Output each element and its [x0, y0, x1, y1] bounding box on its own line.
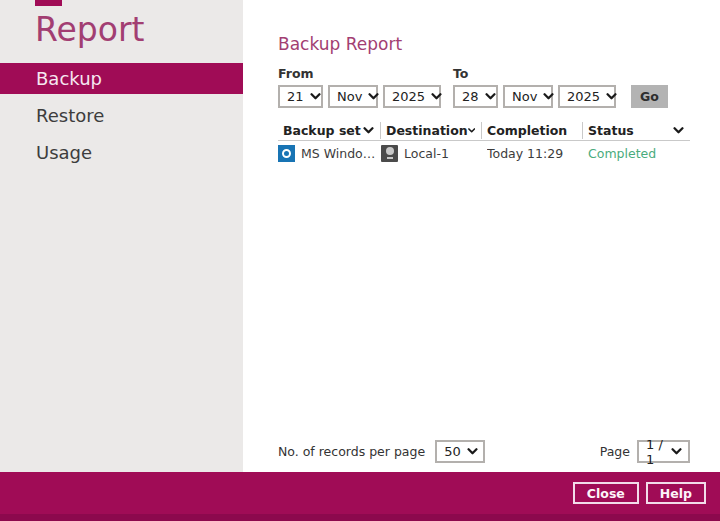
to-group: To 28 Nov 2025: [453, 66, 616, 108]
cell-backup-set: MS Windows S...: [278, 145, 381, 162]
main-panel: Backup Report From 21 Nov 2025: [243, 0, 720, 472]
close-button[interactable]: Close: [573, 482, 639, 504]
from-day-select[interactable]: 21: [278, 85, 323, 108]
to-month-value: Nov: [512, 89, 537, 104]
chevron-down-icon: [431, 93, 442, 100]
chevron-down-icon: [368, 93, 379, 100]
column-label: Destination: [386, 123, 468, 138]
page-value: 1 / 1: [646, 437, 665, 467]
from-year-value: 2025: [392, 89, 425, 104]
chevron-down-icon: [310, 93, 321, 100]
from-year-select[interactable]: 2025: [383, 85, 441, 108]
sidebar: Report Backup Restore Usage: [0, 0, 243, 472]
cell-completion: Today 11:29: [482, 146, 583, 161]
sidebar-item-label: Restore: [36, 105, 104, 126]
table-row[interactable]: MS Windows S... Local-1 Today 11:29 Comp…: [278, 141, 690, 165]
page-label: Page: [600, 444, 630, 459]
to-day-value: 28: [462, 89, 479, 104]
records-per-page-label: No. of records per page: [278, 444, 425, 459]
report-window: Report Backup Restore Usage Backup Repor…: [0, 0, 720, 521]
to-label: To: [453, 66, 616, 81]
sidebar-item-usage[interactable]: Usage: [0, 137, 243, 168]
page-select[interactable]: 1 / 1: [637, 440, 690, 463]
chevron-down-icon: [543, 93, 554, 100]
help-button[interactable]: Help: [646, 482, 706, 504]
sidebar-item-backup[interactable]: Backup: [0, 63, 243, 94]
chevron-down-icon: [671, 448, 682, 455]
sidebar-item-restore[interactable]: Restore: [0, 100, 243, 131]
chevron-down-icon: [467, 448, 478, 455]
cell-destination: Local-1: [381, 145, 482, 162]
logo-mark: [35, 0, 62, 6]
table-header-row: Backup set Destination Completion Status: [278, 120, 690, 141]
chevron-down-icon: [468, 127, 475, 134]
pagination-bar: No. of records per page 50 Page 1 / 1: [278, 440, 690, 463]
to-month-select[interactable]: Nov: [503, 85, 553, 108]
column-header-status[interactable]: Status: [583, 122, 690, 139]
local-disk-icon: [381, 145, 398, 162]
from-group: From 21 Nov 2025: [278, 66, 441, 108]
records-per-page-group: No. of records per page 50: [278, 440, 485, 463]
from-month-select[interactable]: Nov: [328, 85, 378, 108]
from-label: From: [278, 66, 441, 81]
footer-bar: Close Help: [0, 472, 720, 521]
column-label: Completion: [487, 123, 567, 138]
sidebar-item-label: Backup: [36, 68, 102, 89]
to-year-select[interactable]: 2025: [558, 85, 616, 108]
section-heading: Backup Report: [278, 34, 690, 54]
go-button[interactable]: Go: [631, 85, 668, 108]
from-month-value: Nov: [337, 89, 362, 104]
sidebar-menu: Backup Restore Usage: [0, 63, 243, 168]
footer-bottom-strip: [0, 514, 720, 521]
records-per-page-value: 50: [444, 444, 461, 459]
cell-status: Completed: [583, 146, 690, 161]
column-header-destination[interactable]: Destination: [381, 122, 482, 139]
chevron-down-icon: [485, 93, 496, 100]
date-filter: From 21 Nov 2025 T: [278, 66, 690, 108]
windows-system-backup-icon: [278, 145, 295, 162]
backup-set-name: MS Windows S...: [301, 146, 381, 161]
page-title: Report: [35, 10, 243, 49]
footer-actions: Close Help: [0, 472, 720, 514]
destination-name: Local-1: [404, 146, 449, 161]
column-header-backup-set[interactable]: Backup set: [278, 122, 381, 139]
completion-time: Today 11:29: [487, 146, 563, 161]
backup-report-table: Backup set Destination Completion Status: [278, 120, 690, 165]
column-header-completion[interactable]: Completion: [482, 122, 583, 139]
chevron-down-icon: [363, 127, 374, 134]
sidebar-item-label: Usage: [36, 142, 92, 163]
column-label: Status: [588, 123, 634, 138]
page-select-group: Page 1 / 1: [600, 440, 690, 463]
chevron-down-icon: [606, 93, 617, 100]
column-label: Backup set: [283, 123, 361, 138]
chevron-down-icon: [673, 127, 684, 134]
from-day-value: 21: [287, 89, 304, 104]
records-per-page-select[interactable]: 50: [435, 440, 485, 463]
to-year-value: 2025: [567, 89, 600, 104]
status-badge: Completed: [588, 146, 656, 161]
to-day-select[interactable]: 28: [453, 85, 498, 108]
